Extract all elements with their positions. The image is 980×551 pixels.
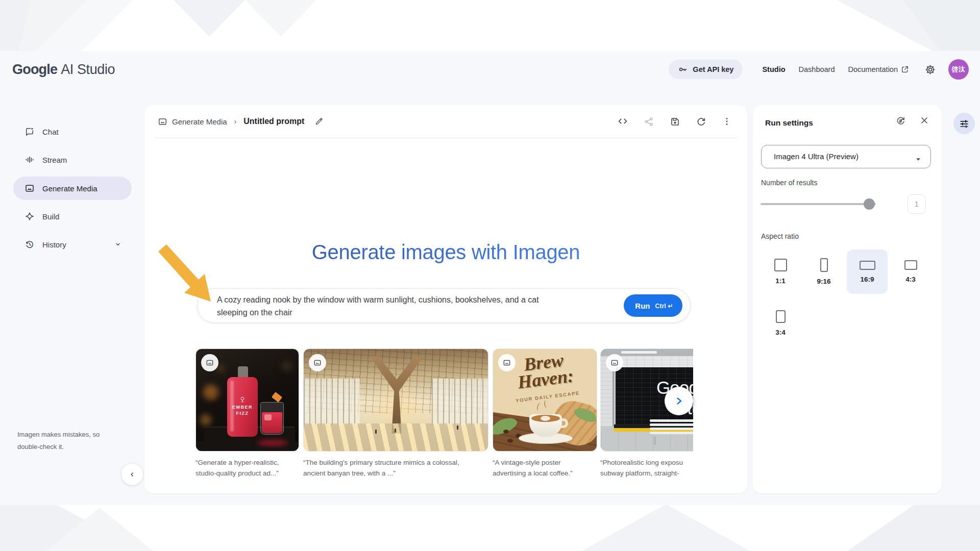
model-disclaimer: Imagen makes mistakes, so double-check i… xyxy=(17,429,125,453)
refresh-icon xyxy=(696,116,706,127)
sidebar-item-chat[interactable]: Chat xyxy=(13,122,132,141)
generate-media-workspace: Generate Media › Untitled prompt xyxy=(144,105,747,493)
run-button-label: Run xyxy=(635,302,650,310)
run-shortcut-hint: Ctrl ↵ xyxy=(655,302,673,310)
google-ai-studio-logo[interactable]: Google AI Studio xyxy=(12,51,115,88)
breadcrumb-separator: › xyxy=(234,117,237,126)
example-caption: “The building's primary structure mimics… xyxy=(303,457,459,479)
dropdown-caret-icon xyxy=(914,155,922,163)
tune-sliders-icon xyxy=(959,118,970,129)
model-selector[interactable]: Imagen 4 Ultra (Preview) xyxy=(761,145,931,168)
sidebar-item-build[interactable]: Build xyxy=(13,207,132,226)
save-button[interactable] xyxy=(670,116,680,127)
aspect-option-1-1[interactable]: 1:1 xyxy=(760,249,801,294)
media-image-icon xyxy=(158,117,167,127)
aspect-shape-portrait xyxy=(820,258,828,272)
pencil-icon xyxy=(314,117,324,126)
aspect-option-4-3[interactable]: 4:3 xyxy=(890,249,931,294)
number-of-results-value[interactable]: 1 xyxy=(908,194,926,214)
rename-prompt-button[interactable] xyxy=(314,117,324,126)
sidebar-collapse-button[interactable] xyxy=(121,464,143,485)
coffee-bean xyxy=(503,430,509,434)
spark-icon xyxy=(24,211,35,221)
prompt-title: Untitled prompt xyxy=(243,117,304,126)
latte-art xyxy=(541,416,550,421)
sidebar-item-label: Generate Media xyxy=(42,184,97,193)
sidebar-item-label: Build xyxy=(42,212,59,221)
save-icon xyxy=(670,116,680,127)
app-shell: Google AI Studio Get API key Studio Dash… xyxy=(0,51,980,505)
top-bar: Google AI Studio Get API key Studio Dash… xyxy=(0,51,980,88)
prompt-input-value[interactable]: A cozy reading nook by the window with w… xyxy=(217,293,595,319)
orange-garnish xyxy=(272,392,282,403)
carousel-next-button[interactable] xyxy=(665,387,693,415)
example-caption: “Photorealistic long exposu subway platf… xyxy=(600,457,683,479)
nav-studio[interactable]: Studio xyxy=(762,65,785,73)
refresh-button[interactable] xyxy=(696,116,706,127)
person-silhouette xyxy=(457,425,458,430)
run-settings-toggle-button[interactable] xyxy=(953,113,975,134)
run-settings-actions xyxy=(895,115,929,126)
image-type-icon xyxy=(498,354,516,371)
key-icon xyxy=(678,64,688,74)
get-code-button[interactable] xyxy=(617,116,628,127)
avatar[interactable]: 啓汰 xyxy=(948,59,969,80)
history-clock-icon xyxy=(24,239,35,249)
more-options-button[interactable] xyxy=(722,116,732,127)
slider-thumb[interactable] xyxy=(864,198,875,210)
media-image-icon xyxy=(24,183,35,193)
example-caption: “A vintage-style poster advertising a lo… xyxy=(493,457,573,479)
aspect-option-16-9[interactable]: 16:9 xyxy=(847,249,888,294)
sidebar-item-generate-media[interactable]: Generate Media xyxy=(13,177,132,200)
reset-settings-button[interactable] xyxy=(895,115,906,126)
bottle-label: EMBER FIZZ xyxy=(227,396,258,416)
share-icon xyxy=(644,116,654,127)
steam xyxy=(544,399,550,408)
breadcrumb-section-label: Generate Media xyxy=(172,117,227,126)
image-type-icon xyxy=(606,354,623,371)
number-of-results-slider[interactable] xyxy=(761,203,876,205)
share-button[interactable] xyxy=(644,116,654,127)
bokeh-light xyxy=(282,361,292,371)
sidebar-item-stream[interactable]: Stream xyxy=(13,151,132,169)
more-vertical-icon xyxy=(722,116,732,127)
sidebar-item-label: Chat xyxy=(42,128,59,136)
nav-documentation[interactable]: Documentation xyxy=(848,65,909,73)
close-panel-button[interactable] xyxy=(919,115,929,126)
chat-icon xyxy=(24,127,35,137)
prompt-input[interactable]: A cozy reading nook by the window with w… xyxy=(197,288,691,323)
person-silhouette xyxy=(375,430,377,434)
coffee-bean xyxy=(507,439,513,443)
model-selector-value: Imagen 4 Ultra (Preview) xyxy=(774,152,859,161)
aspect-shape-square xyxy=(774,259,787,271)
reset-settings-icon xyxy=(895,115,906,126)
bokeh-light xyxy=(203,385,218,400)
example-card-product-ad[interactable]: EMBER FIZZ xyxy=(195,348,299,452)
example-card-coffee-poster[interactable]: Brew Haven: YOUR DAILY ESCAPE xyxy=(493,348,597,452)
sidebar-item-history[interactable]: History xyxy=(13,235,132,254)
code-icon xyxy=(617,116,628,127)
chevron-down-icon xyxy=(113,240,122,249)
number-of-results-label: Number of results xyxy=(761,179,817,187)
get-api-key-label: Get API key xyxy=(693,65,733,73)
image-type-icon xyxy=(201,354,218,371)
workspace-toolbar xyxy=(617,105,732,138)
aspect-option-9-16[interactable]: 9:16 xyxy=(803,249,844,294)
header-divider xyxy=(155,138,737,138)
aspect-option-3-4[interactable]: 3:4 xyxy=(760,301,801,345)
gear-icon xyxy=(924,64,936,76)
nav-dashboard[interactable]: Dashboard xyxy=(799,65,835,73)
logo-ai-studio: AI Studio xyxy=(61,62,115,78)
breadcrumb-generate-media[interactable]: Generate Media xyxy=(158,117,227,127)
run-button[interactable]: Run Ctrl ↵ xyxy=(624,294,682,317)
image-type-icon xyxy=(309,354,326,371)
breadcrumb: Generate Media › Untitled prompt xyxy=(158,105,324,138)
run-settings-title: Run settings xyxy=(765,118,813,128)
example-card-banyan-building[interactable] xyxy=(303,348,488,452)
stream-waveform-icon xyxy=(24,155,35,165)
close-icon xyxy=(919,115,929,126)
ice-cube xyxy=(264,414,272,420)
sidebar-item-label: History xyxy=(42,240,66,249)
get-api-key-button[interactable]: Get API key xyxy=(669,60,743,79)
settings-gear-button[interactable] xyxy=(924,64,936,76)
